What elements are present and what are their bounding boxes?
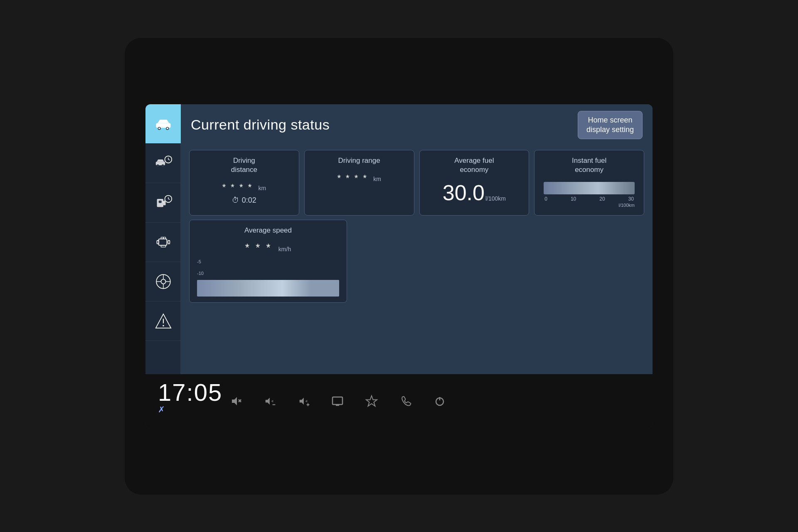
sidebar-item-trip-clock[interactable] [145,144,181,183]
phone-btn[interactable] [399,395,412,408]
avg-fuel-value: 30.0 l/100km [427,180,522,205]
svg-rect-11 [157,199,163,207]
clock-area: 17:05 ✗ [158,378,222,414]
sidebar-item-warning[interactable] [145,302,181,341]
timer-icon: ⏱ [232,196,239,205]
mute-btn[interactable] [229,395,242,408]
instant-fuel-unit: l/100km [544,203,635,208]
svg-rect-20 [168,240,170,243]
speed-bar [197,280,339,297]
avg-speed-card: Average speed * * * km/h -5 -10 [189,220,347,302]
svg-rect-21 [161,237,163,239]
power-btn[interactable] [433,395,446,408]
svg-point-7 [161,164,164,167]
content-area: Current driving status Home screendispla… [181,104,653,374]
driving-range-title: Driving range [312,156,406,165]
sidebar-item-wheel[interactable] [145,262,181,302]
bottom-controls [229,395,446,408]
svg-point-3 [158,127,160,129]
main-area: Current driving status Home screendispla… [145,104,653,374]
speed-chart: -5 -10 -15 0 50 [197,259,339,297]
svg-line-17 [168,199,170,199]
svg-point-32 [163,325,164,326]
svg-rect-0 [156,123,170,127]
driving-distance-title: Driving distance [197,156,291,174]
sidebar-item-car[interactable] [145,104,181,144]
instant-fuel-chart: 0 10 20 30 l/100km [542,180,636,209]
svg-rect-23 [161,245,165,247]
clock-display: 17:05 [158,378,222,406]
sidebar-item-engine[interactable] [145,223,181,262]
sidebar-item-fuel-clock[interactable] [145,183,181,223]
outer-frame: Current driving status Home screendispla… [125,38,673,495]
svg-point-6 [156,164,159,167]
vol-down-btn[interactable] [263,395,276,408]
screen-btn[interactable] [331,395,344,408]
instant-fuel-card: Instant fuel economy 0 10 20 30 l/100km [534,150,644,216]
avg-speed-value: * * * km/h [197,241,339,254]
svg-rect-19 [157,240,158,243]
bluetooth-icon: ✗ [158,405,222,414]
avg-speed-title: Average speed [197,226,339,235]
svg-rect-18 [158,239,167,245]
svg-marker-43 [366,396,377,406]
svg-point-4 [166,127,168,129]
driving-range-value: * * * * km [312,173,406,184]
instant-fuel-bar [544,182,635,194]
driving-distance-timer: ⏱ 0:02 [197,196,291,205]
cards-row-2: Average speed * * * km/h -5 -10 [189,220,644,302]
svg-rect-12 [158,201,161,203]
svg-rect-41 [332,397,342,405]
sidebar [145,104,181,374]
svg-rect-22 [163,237,166,239]
bottom-bar: 17:05 ✗ [145,374,653,428]
page-title: Current driving status [191,117,330,133]
driving-distance-value: * * * * km [197,182,291,193]
instant-fuel-bar-labels: 0 10 20 30 [544,196,635,202]
vol-up-btn[interactable] [297,395,310,408]
cards-area: Driving distance * * * * km ⏱ 0:02 [181,146,653,374]
driving-range-card: Driving range * * * * km [304,150,414,216]
cards-row-1: Driving distance * * * * km ⏱ 0:02 [189,150,644,216]
timer-value: 0:02 [242,196,256,205]
home-screen-btn[interactable]: Home screendisplay setting [578,111,643,140]
svg-line-10 [168,159,170,159]
instant-fuel-title: Instant fuel economy [542,156,636,174]
screen-container: Current driving status Home screendispla… [145,104,653,428]
avg-fuel-card: Average fuel economy 30.0 l/100km [419,150,530,216]
svg-point-25 [161,279,165,284]
avg-fuel-title: Average fuel economy [427,156,522,174]
driving-distance-card: Driving distance * * * * km ⏱ 0:02 [189,150,299,216]
header: Current driving status Home screendispla… [181,104,653,146]
star-btn[interactable] [365,395,378,408]
